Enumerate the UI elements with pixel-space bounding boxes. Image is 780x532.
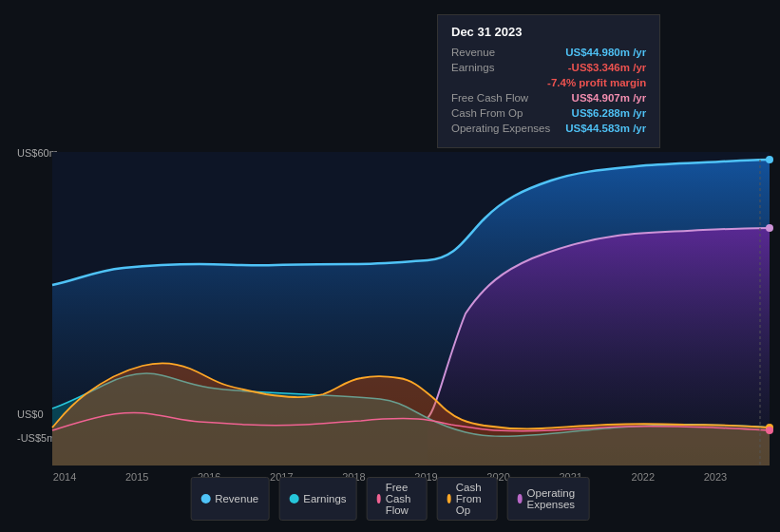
legend-item-revenue[interactable]: Revenue bbox=[190, 477, 269, 521]
legend-label-revenue: Revenue bbox=[215, 493, 258, 504]
tooltip-label-cashop: Cash From Op bbox=[451, 107, 523, 119]
tooltip-row-earnings: Earnings -US$3.346m /yr bbox=[451, 62, 646, 73]
tooltip-value-fcf: US$4.907m /yr bbox=[572, 92, 647, 104]
legend-label-fcf: Free Cash Flow bbox=[386, 482, 417, 516]
tooltip-value-revenue: US$44.980m /yr bbox=[565, 47, 646, 58]
tooltip-label-fcf: Free Cash Flow bbox=[451, 92, 528, 104]
legend-label-earnings: Earnings bbox=[303, 493, 346, 504]
chart-container: Dec 31 2023 Revenue US$44.980m /yr Earni… bbox=[0, 0, 780, 532]
svg-point-8 bbox=[766, 224, 773, 232]
tooltip-label-earnings: Earnings bbox=[451, 62, 494, 73]
x-label-2022: 2022 bbox=[632, 471, 655, 483]
tooltip-value-margin: -7.4% profit margin bbox=[547, 77, 646, 88]
legend-dot-revenue bbox=[200, 494, 210, 504]
legend-item-cashop[interactable]: Cash From Op bbox=[436, 477, 497, 521]
legend-dot-fcf bbox=[377, 494, 381, 504]
tooltip-row-fcf: Free Cash Flow US$4.907m /yr bbox=[451, 92, 646, 104]
svg-point-7 bbox=[766, 156, 773, 163]
tooltip-title: Dec 31 2023 bbox=[451, 25, 646, 39]
legend-dot-cashop bbox=[447, 494, 450, 504]
tooltip-row-margin: -7.4% profit margin bbox=[451, 77, 646, 88]
legend-item-earnings[interactable]: Earnings bbox=[278, 477, 356, 521]
tooltip-value-earnings: -US$3.346m /yr bbox=[568, 62, 646, 73]
svg-point-10 bbox=[766, 427, 773, 434]
legend-label-opex: Operating Expenses bbox=[527, 487, 580, 510]
tooltip-row-revenue: Revenue US$44.980m /yr bbox=[451, 47, 646, 58]
legend-dot-earnings bbox=[289, 494, 298, 504]
tooltip-value-cashop: US$6.288m /yr bbox=[572, 107, 647, 119]
tooltip-row-cashop: Cash From Op US$6.288m /yr bbox=[451, 107, 646, 119]
legend-item-fcf[interactable]: Free Cash Flow bbox=[367, 477, 428, 521]
tooltip-label-opex: Operating Expenses bbox=[451, 123, 550, 134]
x-label-2014: 2014 bbox=[53, 471, 76, 483]
legend-dot-opex bbox=[517, 494, 522, 504]
legend-label-cashop: Cash From Op bbox=[456, 482, 487, 516]
chart-svg bbox=[0, 0, 780, 484]
legend: Revenue Earnings Free Cash Flow Cash Fro… bbox=[190, 477, 590, 521]
legend-item-opex[interactable]: Operating Expenses bbox=[506, 477, 590, 521]
x-label-2015: 2015 bbox=[125, 471, 148, 483]
tooltip-value-opex: US$44.583m /yr bbox=[565, 123, 646, 134]
tooltip-row-opex: Operating Expenses US$44.583m /yr bbox=[451, 123, 646, 134]
tooltip-box: Dec 31 2023 Revenue US$44.980m /yr Earni… bbox=[437, 14, 660, 148]
tooltip-label-revenue: Revenue bbox=[451, 47, 495, 58]
x-label-2023: 2023 bbox=[704, 471, 727, 483]
